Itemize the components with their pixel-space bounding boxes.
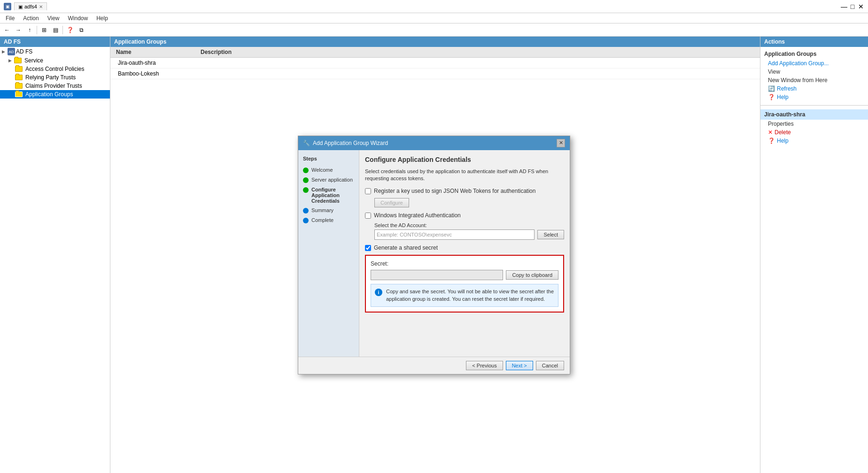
content-title: Configure Application Credentials	[365, 156, 564, 163]
modal-close-button[interactable]: ✕	[557, 139, 565, 147]
generate-secret-label: Generate a shared secret	[374, 244, 438, 251]
wizard-steps: Steps Welcome Server application Configu…	[298, 150, 359, 357]
step-dot-summary	[303, 208, 309, 214]
wia-checkbox[interactable]	[365, 213, 371, 219]
maximize-button[interactable]: □	[849, 3, 856, 10]
select-button[interactable]: Select	[537, 230, 564, 239]
step-dot-credentials	[303, 187, 309, 193]
show-hide-button[interactable]: ⊞	[39, 25, 49, 35]
cancel-button[interactable]: Cancel	[536, 361, 564, 370]
step-summary[interactable]: Summary	[298, 206, 359, 215]
step-credentials[interactable]: Configure Application Credentials	[298, 185, 359, 206]
modal-content: Configure Application Credentials Select…	[359, 150, 570, 357]
app-icon: ▣	[4, 3, 11, 10]
generate-secret-row: Generate a shared secret	[365, 244, 564, 251]
step-complete[interactable]: Complete	[298, 215, 359, 225]
title-bar: ▣ ▣ adfs4 ✕ — □ ✕	[0, 0, 868, 13]
window-controls: — □ ✕	[841, 3, 864, 10]
next-button[interactable]: Next >	[506, 361, 533, 370]
tab-label: adfs4	[24, 4, 37, 9]
step-server-app[interactable]: Server application	[298, 175, 359, 185]
wia-checkbox-label: Windows Integrated Authentication	[374, 212, 461, 219]
secret-section: Secret: Copy to clipboard i Copy and sav…	[365, 255, 564, 313]
back-button[interactable]: ←	[2, 25, 12, 35]
modal-overlay: 🔧 Add Application Group Wizard ✕ Steps W…	[0, 37, 868, 473]
step-welcome[interactable]: Welcome	[298, 165, 359, 175]
jwt-checkbox[interactable]	[365, 188, 371, 194]
wizard-modal: 🔧 Add Application Group Wizard ✕ Steps W…	[298, 136, 570, 374]
step-dot-welcome	[303, 168, 309, 173]
tab-icon: ▣	[18, 4, 23, 9]
modal-title-bar: 🔧 Add Application Group Wizard ✕	[298, 136, 570, 150]
menu-window[interactable]: Window	[64, 14, 92, 23]
modal-title-label: Add Application Group Wizard	[313, 140, 388, 146]
extra-button[interactable]: ⧉	[76, 25, 86, 35]
step-dot-complete	[303, 218, 309, 223]
step-label-summary: Summary	[311, 207, 333, 213]
modal-title-icon: 🔧	[303, 140, 310, 146]
menu-file[interactable]: File	[2, 14, 18, 23]
jwt-checkbox-row: Register a key used to sign JSON Web Tok…	[365, 188, 564, 194]
properties-button[interactable]: ▤	[50, 25, 61, 35]
jwt-checkbox-label: Register a key used to sign JSON Web Tok…	[374, 188, 535, 194]
copy-to-clipboard-button[interactable]: Copy to clipboard	[506, 270, 558, 280]
menu-bar: File Action View Window Help	[0, 13, 868, 23]
modal-footer: < Previous Next > Cancel	[298, 357, 570, 374]
secret-input[interactable]	[371, 270, 503, 280]
forward-button[interactable]: →	[13, 25, 23, 35]
ad-account-group: Select the AD Account: Select	[374, 222, 564, 240]
tab-close[interactable]: ✕	[39, 4, 43, 9]
secret-row: Copy to clipboard	[371, 270, 558, 280]
menu-help[interactable]: Help	[93, 14, 112, 23]
generate-secret-checkbox[interactable]	[365, 245, 371, 251]
steps-title: Steps	[298, 154, 359, 165]
step-dot-server	[303, 177, 309, 183]
title-tab[interactable]: ▣ adfs4 ✕	[14, 2, 47, 10]
menu-action[interactable]: Action	[19, 14, 42, 23]
toolbar-separator-1	[37, 26, 37, 34]
modal-body: Steps Welcome Server application Configu…	[298, 150, 570, 357]
info-icon: i	[375, 289, 382, 296]
ad-account-row: Select	[374, 229, 564, 240]
close-button[interactable]: ✕	[858, 3, 864, 10]
step-label-welcome: Welcome	[311, 167, 333, 173]
wia-checkbox-row: Windows Integrated Authentication	[365, 212, 564, 219]
configure-button[interactable]: Configure	[374, 198, 409, 207]
modal-title-content: 🔧 Add Application Group Wizard	[303, 140, 388, 146]
ad-account-input[interactable]	[374, 229, 535, 240]
ad-account-label: Select the AD Account:	[374, 222, 564, 228]
step-label-server: Server application	[311, 177, 353, 183]
step-label-credentials: Configure Application Credentials	[311, 187, 354, 204]
toolbar: ← → ↑ ⊞ ▤ ❓ ⧉	[0, 23, 868, 37]
previous-button[interactable]: < Previous	[466, 361, 503, 370]
info-text: Copy and save the secret. You will not b…	[386, 288, 554, 303]
content-description: Select credentials used by the applicati…	[365, 168, 564, 183]
minimize-button[interactable]: —	[841, 3, 847, 10]
menu-view[interactable]: View	[44, 14, 63, 23]
help-toolbar-button[interactable]: ❓	[65, 25, 75, 35]
up-button[interactable]: ↑	[24, 25, 35, 35]
toolbar-separator-2	[62, 26, 63, 34]
step-label-complete: Complete	[311, 217, 333, 223]
info-box: i Copy and save the secret. You will not…	[371, 284, 558, 307]
secret-label: Secret:	[371, 260, 558, 267]
